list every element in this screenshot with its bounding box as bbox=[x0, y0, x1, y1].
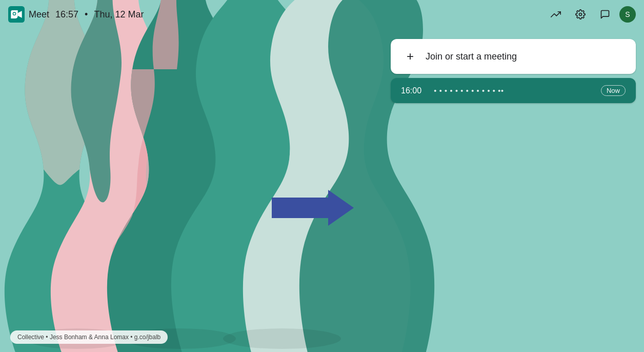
header: Meet 16:57 • Thu, 12 Mar S bbox=[0, 0, 644, 29]
header-app-name: Meet bbox=[29, 9, 49, 20]
trending-icon bbox=[551, 9, 561, 19]
photo-credit: Collective • Jess Bonham & Anna Lomax • … bbox=[10, 330, 168, 344]
svg-point-7 bbox=[13, 13, 15, 15]
feedback-icon bbox=[600, 9, 610, 19]
user-avatar[interactable]: S bbox=[619, 6, 636, 23]
plus-icon: + bbox=[403, 49, 417, 64]
header-left: Meet 16:57 • Thu, 12 Mar bbox=[8, 6, 546, 23]
header-date: Thu, 12 Mar bbox=[94, 9, 144, 20]
join-meeting-card[interactable]: + Join or start a meeting bbox=[391, 39, 636, 74]
header-time: 16:57 bbox=[55, 9, 78, 20]
photo-credit-text: Collective • Jess Bonham & Anna Lomax • … bbox=[17, 334, 160, 341]
meet-logo bbox=[8, 6, 25, 23]
feedback-button[interactable] bbox=[595, 4, 615, 25]
settings-icon bbox=[575, 9, 586, 19]
scheduled-meeting-card[interactable]: 16:00 • • • • • • • • • • • • •• Now bbox=[391, 78, 636, 103]
join-meeting-label: Join or start a meeting bbox=[426, 51, 517, 62]
svg-marker-9 bbox=[272, 190, 354, 226]
settings-button[interactable] bbox=[570, 4, 591, 25]
header-separator: • bbox=[85, 9, 88, 20]
svg-point-8 bbox=[579, 13, 582, 16]
meeting-time: 16:00 bbox=[401, 86, 426, 95]
header-right: S bbox=[546, 4, 636, 25]
meeting-title: • • • • • • • • • • • • •• bbox=[434, 86, 593, 95]
svg-point-3 bbox=[223, 328, 341, 349]
main-panel: + Join or start a meeting 16:00 • • • • … bbox=[383, 29, 644, 352]
now-badge: Now bbox=[601, 85, 626, 96]
trending-button[interactable] bbox=[546, 4, 566, 25]
arrow-indicator bbox=[272, 190, 354, 228]
